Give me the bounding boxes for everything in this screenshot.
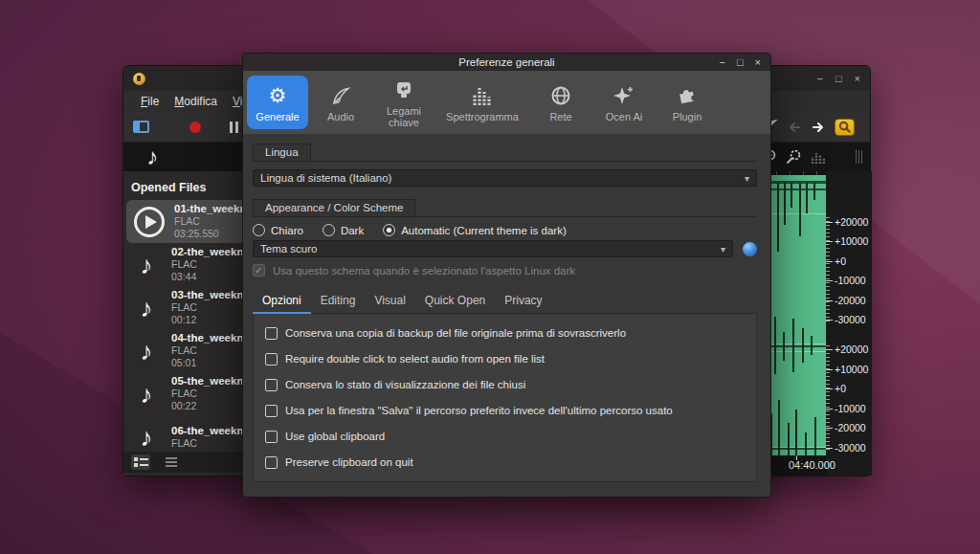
close-icon[interactable]: × [755,57,761,68]
language-dropdown[interactable]: Lingua di sistema (Italiano) ▾ [253,169,757,187]
preferences-dialog: Preferenze generali − □ × ⚙ Generale Aud… [242,53,771,498]
scale-label: +10000 [826,364,868,375]
pref-tab-legami-chiave[interactable]: Legami chiave [373,71,434,134]
maximize-icon[interactable]: □ [835,74,842,84]
tab-privacy[interactable]: Privacy [495,290,551,313]
chevron-down-icon: ▾ [721,244,725,255]
option-checkbox-row[interactable]: Use global clipboard [265,430,745,443]
theme-dropdown[interactable]: Tema scuro ▾ [253,240,733,257]
quill-icon [330,83,351,108]
music-note-icon: ♪ [141,253,153,277]
file-name: 05-the_weeknd [171,375,250,388]
checkbox-icon [265,327,278,340]
sparkles-icon [612,83,635,108]
radio-label: Automatic (Current theme is dark) [401,225,567,236]
compact-view-icon[interactable] [162,454,181,470]
forward-arrow-icon[interactable] [811,120,826,135]
play-icon[interactable] [134,207,165,237]
option-checkbox-row[interactable]: Require double click to select audio fro… [265,352,745,366]
theme-sphere-icon[interactable] [743,242,757,256]
tab-visual[interactable]: Visual [365,290,414,313]
music-note-icon: ♪ [146,145,158,168]
pause-icon[interactable] [230,122,238,133]
zoom-selection-icon[interactable] [785,148,802,166]
equalizer-icon [471,83,494,108]
tab-quick-open[interactable]: Quick Open [415,290,495,313]
file-duration: 03:44 [171,271,250,283]
chevron-down-icon: ▾ [745,173,749,184]
pref-tab-spettrogramma[interactable]: Spettrogramma [436,71,528,134]
pref-tab-plugin[interactable]: Plugin [657,71,718,134]
tab-opzioni[interactable]: Opzioni [253,290,311,314]
file-format: FLAC [171,344,250,357]
radio-automatic[interactable]: Automatic (Current theme is dark) [383,224,567,236]
option-checkbox-row[interactable]: Conserva una copia di backup del file or… [265,326,745,340]
scale-label: -30000 [826,442,866,454]
file-duration: 05:01 [171,357,250,369]
minimize-icon[interactable]: − [816,74,822,84]
minimize-icon[interactable]: − [719,57,724,68]
back-arrow-icon[interactable] [787,120,802,135]
radio-dark[interactable]: Dark [323,224,364,236]
scale-label: -10000 [826,275,866,286]
checkbox-label: Preserve clipboard on quit [285,456,413,468]
checkbox-label: Conserva una copia di backup del file or… [285,327,626,339]
scale-label: +0 [826,255,846,267]
checkbox-icon [265,431,278,443]
options-tabbar: Opzioni Editing Visual Quick Open Privac… [253,290,757,314]
menu-file[interactable]: File [141,95,159,108]
pref-tab-audio[interactable]: Audio [310,71,371,134]
menu-modifica[interactable]: Modifica [174,95,217,108]
search-button[interactable] [835,119,855,136]
file-duration: 00:12 [171,314,250,326]
puzzle-icon [677,83,698,108]
pref-tab-ocen-ai[interactable]: Ocen Ai [593,71,655,134]
file-name: 04-the_weeknd [171,332,250,344]
tab-editing[interactable]: Editing [311,290,366,313]
preferences-toolbar: ⚙ Generale Audio Legami chiave Spettrogr… [243,71,770,134]
scale-label: -10000 [826,403,866,414]
radio-icon [323,224,335,236]
detailed-view-icon[interactable] [131,454,150,470]
scale-label: +20000 [826,216,868,228]
equalizer-disabled-icon [810,149,825,165]
pref-tab-label: Ocen Ai [606,111,643,122]
dialog-titlebar[interactable]: Preferenze generali − □ × [243,54,770,71]
dialog-title: Preferenze generali [243,56,770,68]
file-name: 03-the_weeknd [171,289,250,301]
radio-chiaro[interactable]: Chiaro [253,224,303,236]
record-icon[interactable] [189,122,201,133]
pref-tab-label: Spettrogramma [446,111,519,122]
file-name: 06-the_weeknd [171,425,250,437]
checkbox-label: Usa questo schema quando è selezionato l… [273,265,575,277]
option-checkbox-row[interactable]: Conserva lo stato di visualizzazione dei… [265,378,745,391]
options-pane: Conserva una copia di backup del file or… [253,314,757,482]
option-checkbox-row[interactable]: Preserve clipboard on quit [265,455,745,469]
maximize-icon[interactable]: □ [737,57,744,68]
scale-label: -20000 [826,295,866,306]
scale-label: +10000 [826,235,868,247]
drag-grip-icon[interactable] [856,150,862,164]
pref-tab-label: Generale [256,111,299,122]
toggle-sidebar-icon[interactable] [133,121,149,133]
option-checkbox-row[interactable]: Usa per la finestra "Salva" il percorso … [265,404,745,417]
close-icon[interactable]: × [855,74,860,84]
language-group-label: Lingua [253,144,311,161]
file-format: FLAC [171,301,250,314]
checkbox-icon [265,353,278,366]
music-note-icon: ♪ [141,296,153,321]
checkbox-label: Require double click to select audio fro… [285,353,545,365]
music-note-icon: ♪ [141,425,153,450]
radio-icon [253,224,265,236]
pref-tab-label: Rete [549,111,571,122]
amplitude-ruler: +20000 +10000 +0 -10000 -20000 -30000 +2… [826,171,872,476]
scale-label: -20000 [826,422,866,433]
scheme-checkbox-row[interactable]: ✓ Usa questo schema quando è selezionato… [253,264,757,277]
pref-tab-generale[interactable]: ⚙ Generale [247,76,308,129]
pref-tab-rete[interactable]: Rete [530,71,591,134]
appearance-group-label: Appearance / Color Scheme [253,199,415,216]
checkbox-icon [265,456,278,469]
pref-tab-label: Plugin [673,111,702,122]
checkbox-checked-icon: ✓ [253,264,265,277]
checkbox-icon [265,379,278,391]
